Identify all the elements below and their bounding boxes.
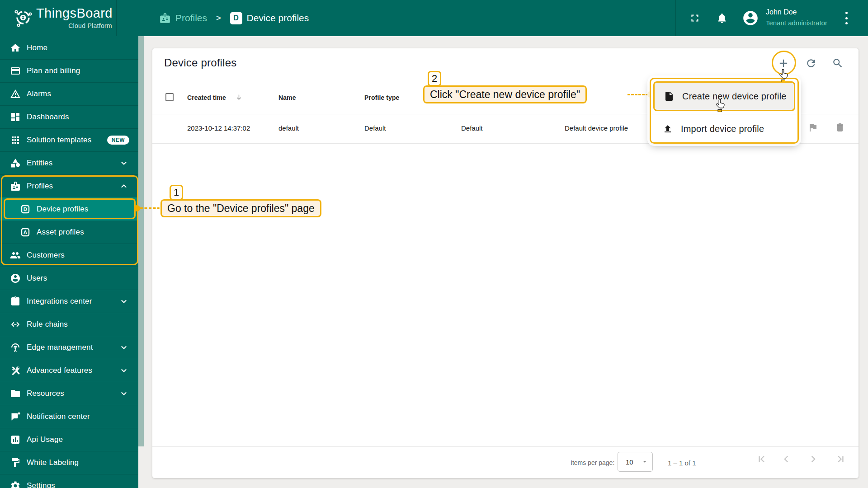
prev-page-icon[interactable] <box>780 453 792 465</box>
items-per-page-label: Items per page: <box>571 459 614 466</box>
column-header-name[interactable]: Name <box>278 94 296 101</box>
sidebar-item-label: Resources <box>27 389 113 398</box>
app-title: ThingsBoard <box>36 6 113 21</box>
sidebar-item-settings[interactable]: Settings <box>0 474 138 488</box>
sidebar-item-label: Rule chains <box>27 320 132 329</box>
notifications-bell-icon[interactable] <box>716 12 728 24</box>
user-role: Tenant administrator <box>766 19 827 27</box>
sidebar-item-label: Profiles <box>27 182 113 191</box>
file-icon <box>664 91 675 102</box>
cell-name: default <box>278 124 299 132</box>
annotation-step2-callout: Click "Create new device profile" <box>423 85 587 103</box>
next-page-icon[interactable] <box>807 453 819 465</box>
profiles-icon <box>10 181 21 192</box>
page-title: Device profiles <box>164 56 236 69</box>
sidebar-item-customers[interactable]: Customers <box>0 244 138 267</box>
sidebar-item-integrations-center[interactable]: Integrations center <box>0 290 138 313</box>
sidebar-item-profiles[interactable]: Profiles <box>0 174 138 197</box>
make-default-flag-icon[interactable] <box>807 122 818 133</box>
top-header-bar: ThingsBoard Cloud Platform Profiles > D … <box>0 0 868 36</box>
delete-icon[interactable] <box>835 122 845 133</box>
avatar[interactable] <box>742 9 759 27</box>
device-profile-icon: D <box>230 12 242 24</box>
breadcrumb-device-profiles: Device profiles <box>247 13 309 23</box>
header-divider <box>675 0 676 36</box>
chevron-down-icon <box>642 459 648 465</box>
first-page-icon[interactable] <box>756 453 768 465</box>
annotation-connector-line <box>627 94 648 95</box>
resources-icon <box>10 388 21 399</box>
annotation-step-number: 1 <box>170 185 183 200</box>
last-page-icon[interactable] <box>835 453 846 465</box>
sidebar-item-api-usage[interactable]: Api Usage <box>0 428 138 451</box>
column-header-created-time[interactable]: Created time <box>187 94 226 101</box>
sidebar-item-notification-center[interactable]: Notification center <box>0 405 138 428</box>
kebab-menu-icon[interactable] <box>841 12 852 24</box>
column-header-profile-type[interactable]: Profile type <box>364 94 399 101</box>
sidebar-item-label: Integrations center <box>27 297 113 306</box>
rule-chains-icon <box>10 319 21 330</box>
svg-text:A: A <box>24 230 27 235</box>
sidebar-item-asset-profiles[interactable]: AAsset profiles <box>0 221 138 244</box>
sidebar-item-label: Home <box>27 43 132 52</box>
sidebar-item-label: Api Usage <box>27 435 132 444</box>
sidebar-item-solution-templates[interactable]: Solution templatesNEW <box>0 128 138 151</box>
customers-icon <box>10 250 21 261</box>
sidebar-item-label: Alarms <box>27 89 132 99</box>
sidebar-item-users[interactable]: Users <box>0 267 138 290</box>
integrations-icon <box>10 296 21 307</box>
annotation-step1-callout: Go to the "Device profiles" page <box>160 199 321 217</box>
sidebar-item-edge-management[interactable]: Edge management <box>0 336 138 359</box>
menu-item-import-device-profile[interactable]: Import device profile <box>653 114 795 144</box>
edge-icon <box>10 342 21 353</box>
solution-templates-icon <box>10 135 21 145</box>
sidebar-item-home[interactable]: Home <box>0 36 138 59</box>
sidebar-item-rule-chains[interactable]: Rule chains <box>0 313 138 336</box>
sidebar-item-resources[interactable]: Resources <box>0 382 138 405</box>
sidebar-item-label: Plan and billing <box>27 66 132 75</box>
chevron-down-icon <box>119 389 128 398</box>
sidebar-item-plan-and-billing[interactable]: Plan and billing <box>0 59 138 82</box>
refresh-icon[interactable] <box>805 57 817 69</box>
menu-item-create-new-device-profile[interactable]: Create new device profile <box>653 81 795 111</box>
sidebar-item-alarms[interactable]: Alarms <box>0 82 138 105</box>
notification-icon <box>10 411 21 422</box>
sidebar-item-label: Dashboards <box>27 113 132 122</box>
sidebar-item-white-labeling[interactable]: White Labeling <box>0 451 138 474</box>
sidebar-item-label: Entities <box>27 159 113 168</box>
user-name: John Doe <box>766 8 797 16</box>
advanced-icon <box>10 365 21 376</box>
sidebar-item-label: Customers <box>27 251 132 260</box>
menu-item-label: Create new device profile <box>682 91 787 102</box>
sidebar-scrollbar-thumb[interactable] <box>138 36 144 446</box>
annotation-connector-line <box>140 207 160 209</box>
header-divider <box>116 0 117 36</box>
fullscreen-icon[interactable] <box>689 12 701 24</box>
sidebar-item-dashboards[interactable]: Dashboards <box>0 105 138 128</box>
chevron-down-icon <box>119 297 128 306</box>
upload-icon <box>662 123 673 134</box>
sidebar-item-label: Settings <box>27 481 132 488</box>
entities-icon <box>10 158 21 169</box>
page-size-select[interactable]: 10 <box>618 452 653 472</box>
chevron-down-icon <box>119 159 128 168</box>
sidebar-item-label: Device profiles <box>37 205 132 214</box>
annotation-step-number: 2 <box>428 71 441 86</box>
breadcrumb-separator: > <box>212 14 226 23</box>
sidebar-item-entities[interactable]: Entities <box>0 151 138 174</box>
sort-desc-icon[interactable] <box>235 94 243 101</box>
annotation-connector-dot <box>134 205 140 211</box>
sidebar-nav: HomePlan and billingAlarmsDashboardsSolu… <box>0 36 138 488</box>
sidebar-item-label: Asset profiles <box>37 228 132 237</box>
search-icon[interactable] <box>832 57 844 69</box>
cell-profile-type: Default <box>364 124 386 132</box>
sidebar-item-device-profiles[interactable]: DDevice profiles <box>0 197 138 221</box>
menu-item-label: Import device profile <box>681 124 764 134</box>
cell-transport-type: Default <box>461 124 483 132</box>
select-all-checkbox[interactable] <box>165 93 174 101</box>
breadcrumb-profiles[interactable]: Profiles <box>175 13 207 23</box>
sidebar-item-advanced-features[interactable]: Advanced features <box>0 359 138 382</box>
profiles-badge-icon <box>159 12 171 24</box>
add-device-profile-button[interactable] <box>777 57 790 70</box>
alarms-icon <box>10 89 21 99</box>
